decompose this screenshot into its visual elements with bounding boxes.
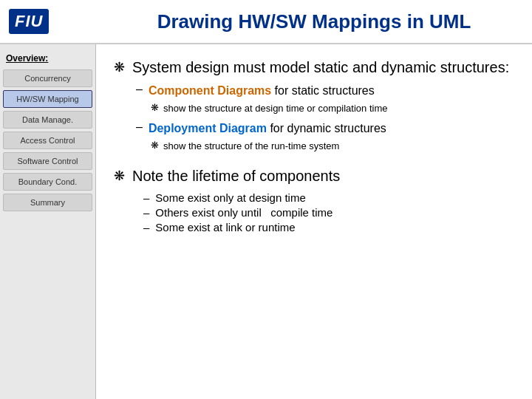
- indent-item-2: – Others exist only until compile time: [143, 206, 514, 219]
- indent-text-1: Some exist only at design time: [155, 191, 305, 204]
- content-area: ❋ System design must model static and dy…: [96, 44, 532, 399]
- sidebar-item-software[interactable]: Software Control: [3, 152, 92, 170]
- sidebar-label: Overview:: [0, 50, 95, 68]
- indent-dash-1: –: [143, 191, 149, 204]
- header: FIU Drawing HW/SW Mappings in UML: [0, 0, 532, 44]
- logo-area: FIU: [9, 9, 105, 34]
- bullet-star-2: ❋: [114, 168, 125, 184]
- sub-sub-item-1: ❋ show the structure at design time or c…: [151, 102, 514, 115]
- page-title: Drawing HW/SW Mappings in UML: [105, 10, 523, 33]
- bullet-star-1: ❋: [114, 59, 125, 75]
- sidebar-item-access[interactable]: Access Control: [3, 132, 92, 149]
- dash-2: –: [136, 120, 143, 134]
- sub-item-component: – Component Diagrams for static structur…: [136, 83, 514, 99]
- sub-sub-text-2: show the structure of the run-time syste…: [163, 140, 339, 153]
- sidebar-item-concurrency[interactable]: Concurrency: [3, 69, 92, 87]
- sidebar-item-boundary[interactable]: Boundary Cond.: [3, 173, 92, 191]
- sub-sub-list-2: ❋ show the structure of the run-time sys…: [151, 140, 514, 153]
- sidebar-item-hwsw[interactable]: HW/SW Mapping: [3, 90, 92, 108]
- sidebar: Overview: Concurrency HW/SW Mapping Data…: [0, 44, 96, 399]
- sub-item-deployment: – Deployment Diagram for dynamic structu…: [136, 120, 514, 137]
- indent-text-2: Others exist only until compile time: [155, 206, 332, 219]
- main-layout: Overview: Concurrency HW/SW Mapping Data…: [0, 44, 532, 399]
- sub-list-1: – Component Diagrams for static structur…: [136, 83, 514, 153]
- deployment-diagram-label: Deployment Diagram: [149, 122, 267, 134]
- sub-text-component: Component Diagrams for static structures: [149, 83, 375, 99]
- sub-text-deployment: Deployment Diagram for dynamic structure…: [149, 120, 386, 137]
- indent-dash-3: –: [143, 221, 149, 233]
- bullet-text-2: Note the lifetime of components: [132, 166, 340, 185]
- sub-star-1: ❋: [151, 102, 159, 113]
- sub-sub-text-1: show the structure at design time or com…: [163, 102, 387, 115]
- component-diagrams-label: Component Diagrams: [149, 84, 271, 97]
- bullet-row-1: ❋ System design must model static and dy…: [114, 58, 514, 77]
- indent-dash-2: –: [143, 206, 149, 219]
- indent-items: – Some exist only at design time – Other…: [143, 191, 514, 233]
- component-rest: for static structures: [271, 84, 375, 97]
- deployment-rest: for dynamic structures: [267, 122, 386, 134]
- dash-1: –: [136, 83, 143, 96]
- bullet-section-2: ❋ Note the lifetime of components – Some…: [114, 166, 514, 233]
- sidebar-item-data[interactable]: Data Manage.: [3, 111, 92, 129]
- bullet-text-1: System design must model static and dyna…: [132, 58, 509, 77]
- sub-sub-item-2: ❋ show the structure of the run-time sys…: [151, 140, 514, 153]
- sub-sub-list-1: ❋ show the structure at design time or c…: [151, 102, 514, 115]
- bullet-row-2: ❋ Note the lifetime of components: [114, 166, 514, 185]
- bullet-section-1: ❋ System design must model static and dy…: [114, 58, 514, 153]
- indent-text-3: Some exist at link or runtime: [155, 221, 295, 233]
- indent-item-3: – Some exist at link or runtime: [143, 221, 514, 233]
- indent-item-1: – Some exist only at design time: [143, 191, 514, 204]
- fiu-logo: FIU: [9, 9, 49, 34]
- sub-star-2: ❋: [151, 140, 159, 151]
- sidebar-item-summary[interactable]: Summary: [3, 194, 92, 211]
